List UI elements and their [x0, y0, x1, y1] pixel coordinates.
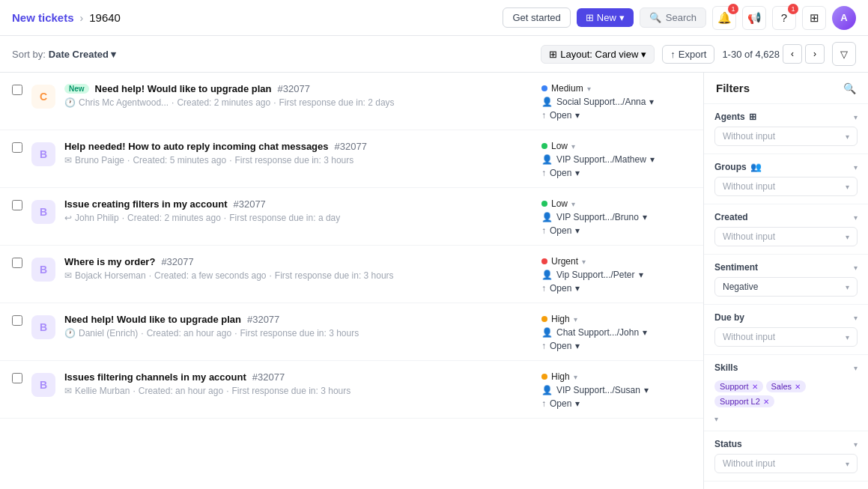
export-label: Export — [679, 49, 707, 60]
ticket-select-checkbox[interactable] — [12, 142, 22, 153]
assignee-row[interactable]: 👤 VIP Support.../Bruno ▾ — [541, 212, 647, 222]
ticket-checkbox[interactable] — [12, 198, 22, 236]
skill-tag-remove-button[interactable]: ✕ — [752, 383, 758, 391]
filter-section-status: Status ▾ Without input ▾ — [704, 431, 868, 482]
filter-input-created[interactable]: Without input ▾ — [714, 227, 858, 246]
ticket-row[interactable]: B Issue creating filters in my account #… — [0, 188, 703, 246]
filter-input-agents[interactable]: Without input ▾ — [714, 127, 858, 146]
ticket-title-row: Issue creating filters in my account #32… — [64, 198, 532, 210]
filter-input-due_by[interactable]: Without input ▾ — [714, 327, 858, 347]
groups-icon: 👥 — [750, 162, 762, 172]
notifications-button[interactable]: 🔔 1 — [712, 6, 736, 30]
ticket-body: Where is my order? #32077 ✉ Bojack Horse… — [64, 256, 532, 294]
assignee-label: VIP Support.../Bruno — [556, 212, 639, 222]
filter-value-sentiment: Negative — [723, 282, 758, 292]
assignee-chevron-icon: ▾ — [639, 270, 643, 280]
due-text: First response due in: 3 hours — [231, 386, 350, 396]
header-title[interactable]: New tickets — [12, 11, 74, 24]
filter-section-header-agents[interactable]: Agents ⊞ ▾ — [714, 112, 858, 122]
status-chevron-icon: ▾ — [575, 110, 580, 121]
sort-value-button[interactable]: Date Created ▾ — [49, 49, 116, 60]
filter-section-title-created: Created — [714, 212, 748, 222]
filter-section-header-skills[interactable]: Skills ▾ — [714, 362, 858, 373]
ticket-select-checkbox[interactable] — [12, 373, 22, 383]
new-button[interactable]: ⊞ New ▾ — [577, 8, 634, 27]
priority-row[interactable]: High ▾ — [541, 314, 577, 324]
header-right: Get started ⊞ New ▾ 🔍 Search 🔔 1 📢 ? 1 ⊞… — [503, 6, 856, 30]
apps-button[interactable]: ⊞ — [802, 6, 826, 30]
help-button[interactable]: ? 1 — [772, 6, 796, 30]
filter-section-header-created[interactable]: Created ▾ — [714, 212, 858, 222]
status-label: Open — [550, 225, 571, 236]
ticket-row[interactable]: B Help needed! How to auto reply incomin… — [0, 130, 703, 188]
skill-tag-remove-button[interactable]: ✕ — [763, 398, 769, 406]
priority-row[interactable]: Low ▾ — [541, 198, 575, 209]
filter-section-header-groups[interactable]: Groups 👥 ▾ — [714, 162, 858, 172]
avatar[interactable]: A — [832, 6, 856, 30]
ticket-id: #32077 — [233, 198, 265, 210]
priority-row[interactable]: Low ▾ — [541, 141, 575, 151]
assignee-row[interactable]: 👤 Chat Support.../John ▾ — [541, 327, 647, 338]
next-page-button[interactable]: › — [805, 44, 825, 64]
ticket-select-checkbox[interactable] — [12, 200, 22, 210]
filter-section-title-agents: Agents ⊞ — [714, 112, 756, 122]
priority-row[interactable]: High ▾ — [541, 371, 577, 382]
status-row[interactable]: ↑ Open ▾ — [541, 110, 580, 121]
ticket-row[interactable]: B Where is my order? #32077 ✉ Bojack Hor… — [0, 246, 703, 303]
status-row[interactable]: ↑ Open ▾ — [541, 341, 580, 351]
ticket-row[interactable]: C New Need help! Would like to upgrade p… — [0, 73, 703, 130]
skill-tag-remove-button[interactable]: ✕ — [795, 383, 801, 391]
announcements-button[interactable]: 📢 — [742, 6, 766, 30]
status-row[interactable]: ↑ Open ▾ — [541, 398, 580, 409]
ticket-checkbox[interactable] — [12, 256, 22, 294]
priority-label: High — [551, 314, 570, 324]
header-ticket-count: 19640 — [89, 11, 121, 24]
priority-row[interactable]: Urgent ▾ — [541, 256, 586, 267]
layout-button[interactable]: ⊞ Layout: Card view ▾ — [541, 45, 655, 64]
filter-section-header-due_by[interactable]: Due by ▾ — [714, 312, 858, 323]
filter-toggle-button[interactable]: ▽ — [832, 42, 856, 66]
filter-input-status[interactable]: Without input ▾ — [714, 454, 858, 473]
priority-row[interactable]: Medium ▾ — [541, 83, 591, 94]
search-button[interactable]: 🔍 Search — [640, 7, 706, 28]
meta-icon: ✉ — [64, 270, 72, 281]
priority-label: High — [551, 371, 570, 382]
filter-section-due_by: Due by ▾ Without input ▾ — [704, 305, 868, 355]
filter-section-header-sentiment[interactable]: Sentiment ▾ — [714, 262, 858, 273]
filter-section-header-status[interactable]: Status ▾ — [714, 439, 858, 449]
ticket-right: Low ▾ 👤 VIP Support.../Bruno ▾ ↑ Open ▾ — [541, 198, 691, 236]
status-row[interactable]: ↑ Open ▾ — [541, 168, 580, 178]
ticket-select-checkbox[interactable] — [12, 315, 22, 326]
assignee-row[interactable]: 👤 VIP Support.../Mathew ▾ — [541, 154, 655, 165]
meta-icon: 🕐 — [64, 328, 76, 338]
assignee-row[interactable]: 👤 Social Support.../Anna ▾ — [541, 97, 654, 107]
get-started-button[interactable]: Get started — [503, 7, 570, 28]
chevron-down-icon: ▾ — [619, 12, 625, 23]
export-button[interactable]: ↑ Export — [662, 45, 714, 64]
prev-page-button[interactable]: ‹ — [783, 44, 802, 64]
priority-label: Low — [551, 141, 568, 151]
filter-input-sentiment[interactable]: Negative ▾ — [714, 277, 858, 297]
status-chevron-icon: ▾ — [575, 283, 580, 294]
filters-search-icon[interactable]: 🔍 — [843, 82, 856, 94]
assignee-chevron-icon: ▾ — [643, 327, 647, 338]
new-badge: New — [64, 84, 89, 94]
filter-input-groups[interactable]: Without input ▾ — [714, 177, 858, 196]
ticket-select-checkbox[interactable] — [12, 258, 22, 268]
meta-icon: ✉ — [64, 386, 72, 396]
ticket-checkbox[interactable] — [12, 83, 22, 121]
ticket-row[interactable]: B Issues filtering channels in my accoun… — [0, 361, 703, 419]
person-icon: 👤 — [541, 154, 553, 165]
ticket-checkbox[interactable] — [12, 141, 22, 178]
ticket-select-checkbox[interactable] — [12, 85, 22, 95]
assignee-row[interactable]: 👤 VIP Support.../Susan ▾ — [541, 385, 649, 395]
status-row[interactable]: ↑ Open ▾ — [541, 283, 580, 294]
skills-expand-icon[interactable]: ▾ — [714, 415, 718, 423]
ticket-checkbox[interactable] — [12, 371, 22, 409]
ticket-checkbox[interactable] — [12, 314, 22, 351]
ticket-title-row: Help needed! How to auto reply incoming … — [64, 141, 532, 152]
assignee-row[interactable]: 👤 Vip Support.../Peter ▾ — [541, 270, 643, 280]
status-row[interactable]: ↑ Open ▾ — [541, 225, 580, 236]
ticket-row[interactable]: B Need help! Would like to upgrade plan … — [0, 303, 703, 361]
status-icon: ↑ — [541, 225, 546, 236]
